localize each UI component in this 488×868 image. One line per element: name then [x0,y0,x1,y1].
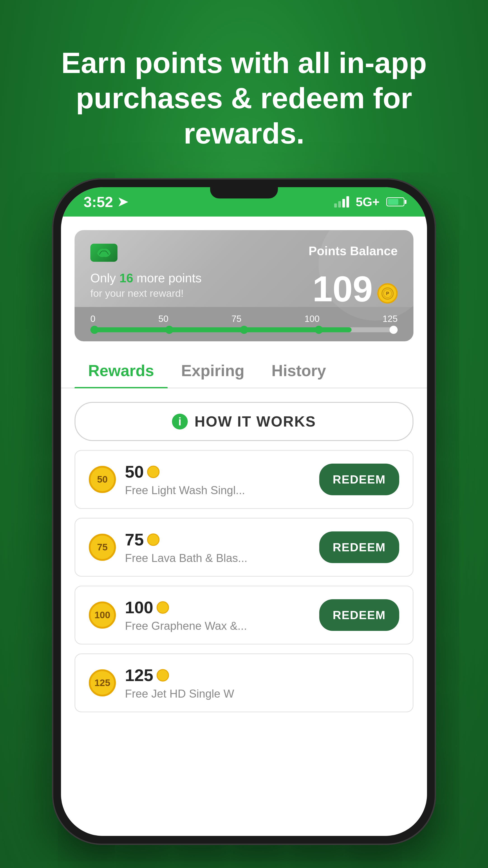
card-middle: Only 16 more points for your next reward… [90,271,398,307]
highlight-number: 16 [119,271,133,285]
message-suffix: more points [137,271,201,285]
reward-item: 50 50 Free Light Wash Singl... REDEEM [74,450,414,509]
reward-points-row: 100 [125,598,310,617]
reward-description: Free Lava Bath & Blas... [125,552,310,565]
tab-rewards[interactable]: Rewards [74,350,168,388]
reward-points-row: 75 [125,530,310,549]
time-display: 3:52 [84,193,113,211]
reward-badge-75: 75 [89,534,116,561]
battery-icon [386,197,404,206]
reward-coin-icon [147,533,160,546]
info-icon: i [172,414,188,430]
reward-info-75: 75 Free Lava Bath & Blas... [125,530,310,565]
redeem-button-50[interactable]: REDEEM [319,464,399,495]
points-card: Points Balance Only 16 more points for y… [74,230,414,341]
reward-badge-50: 50 [89,466,116,493]
dot-0 [90,326,98,334]
status-time: 3:52 ➤ [84,193,128,211]
how-it-works-label: HOW IT WORKS [195,413,316,430]
reward-description: Free Light Wash Singl... [125,484,310,497]
redeem-button-75[interactable]: REDEEM [319,531,399,563]
points-message: Only 16 more points for your next reward… [90,271,201,299]
reward-item: 125 125 Free Jet HD Single W [74,653,414,712]
dot-100 [315,326,323,334]
reward-item: 100 100 Free Graphene Wax &... REDEEM [74,586,414,645]
phone-notch [210,187,278,198]
label-100: 100 [304,314,320,324]
reward-points-num: 75 [125,530,144,549]
network-label: 5G+ [356,195,380,209]
location-icon: ➤ [118,195,128,209]
progress-track [90,327,398,332]
reward-description: Free Graphene Wax &... [125,619,310,632]
reward-item: 75 75 Free Lava Bath & Blas... REDEEM [74,518,414,577]
brand-logo [90,244,118,262]
svg-text:P: P [386,291,389,296]
reward-points-row: 50 [125,462,310,482]
phone-screen: 3:52 ➤ 5G+ [61,187,427,836]
label-75: 75 [231,314,241,324]
tab-history[interactable]: History [258,350,339,388]
reward-badge-100: 100 [89,601,116,629]
progress-labels: 0 50 75 100 125 [90,314,398,324]
reward-coin-icon [157,669,169,682]
label-125: 125 [383,314,398,324]
card-top: Points Balance [90,244,398,262]
tab-expiring[interactable]: Expiring [168,350,258,388]
app-content: Points Balance Only 16 more points for y… [61,217,427,836]
reward-description: Free Jet HD Single W [125,687,399,700]
reward-info-50: 50 Free Light Wash Singl... [125,462,310,497]
reward-points-num: 125 [125,665,153,685]
reward-points-num: 100 [125,598,153,617]
signal-icon [334,196,349,208]
reward-points-num: 50 [125,462,144,482]
message-prefix: Only [90,271,116,285]
message-subtitle: for your next reward! [90,287,201,299]
dot-125 [390,326,398,334]
phone-frame: 3:52 ➤ 5G+ [52,178,436,845]
dot-50 [165,326,173,334]
points-number: 109 P [313,271,398,307]
reward-info-125: 125 Free Jet HD Single W [125,665,399,700]
status-right: 5G+ [334,195,404,209]
redeem-button-100[interactable]: REDEEM [319,599,399,631]
progress-dots [90,326,398,334]
points-message-text: Only 16 more points [90,271,201,285]
how-it-works-button[interactable]: i HOW IT WORKS [74,402,414,441]
page-headline: Earn points with all in-app purchases & … [18,0,470,178]
tab-bar: Rewards Expiring History [61,350,427,388]
label-0: 0 [90,314,95,324]
reward-info-100: 100 Free Graphene Wax &... [125,598,310,632]
balance-label: Points Balance [308,244,398,258]
coin-icon: P [377,283,398,304]
dot-75 [240,326,248,334]
progress-section: 0 50 75 100 125 [74,307,414,341]
reward-list: 50 50 Free Light Wash Singl... REDEEM 7 [61,450,427,712]
reward-coin-icon [157,601,169,614]
reward-badge-125: 125 [89,669,116,696]
points-value: 109 [313,271,373,307]
reward-coin-icon [147,466,160,478]
reward-points-row: 125 [125,665,399,685]
label-50: 50 [158,314,168,324]
